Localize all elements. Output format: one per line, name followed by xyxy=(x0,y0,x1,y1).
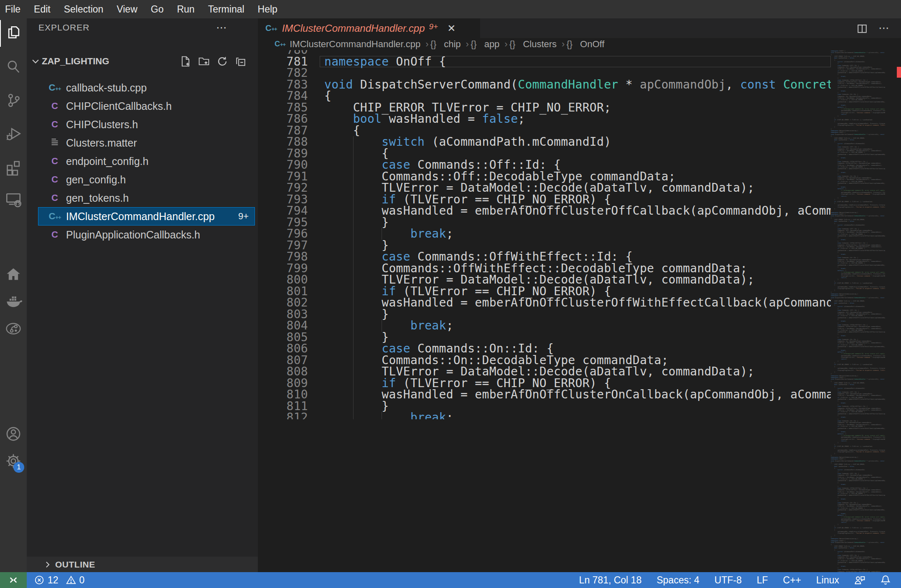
menu-selection[interactable]: Selection xyxy=(57,0,110,18)
code-line-796[interactable]: 796 break; xyxy=(258,228,831,240)
c-header-file-icon: C xyxy=(48,193,61,203)
menu-view[interactable]: View xyxy=(110,0,144,18)
source-control-icon[interactable] xyxy=(0,87,27,114)
menu-help[interactable]: Help xyxy=(251,0,284,18)
file-item-callback-stub-cpp[interactable]: C++callback-stub.cpp xyxy=(38,79,255,97)
new-folder-icon[interactable] xyxy=(199,56,209,67)
overview-ruler[interactable] xyxy=(885,50,901,572)
code-editor[interactable]: 780781namespace OnOff {782783void Dispat… xyxy=(258,50,831,419)
file-item-chipclusters-h[interactable]: CCHIPClusters.h xyxy=(38,115,255,134)
code-line-787[interactable]: 787 { xyxy=(258,125,831,137)
settings-gear-icon[interactable]: 1 xyxy=(0,448,27,474)
breadcrumb-item[interactable]: OnOff xyxy=(580,39,604,50)
explorer-icon[interactable] xyxy=(0,20,27,47)
code-line-805[interactable]: 805 } xyxy=(258,332,831,343)
code-line-784[interactable]: 784{ xyxy=(258,90,831,102)
file-item-pluginapplicationcallbacks-h[interactable]: CPluginApplicationCallbacks.h xyxy=(38,226,255,244)
file-item-endpoint-config-h[interactable]: Cendpoint_config.h xyxy=(38,152,255,170)
code-line-789[interactable]: 789 { xyxy=(258,148,831,160)
remote-indicator[interactable] xyxy=(0,572,27,588)
code-line-802[interactable]: 802 wasHandled = emberAfOnOffClusterOffW… xyxy=(258,297,831,309)
code-line-799[interactable]: 799 Commands::OffWithEffect::DecodableTy… xyxy=(258,263,831,274)
code-line-783[interactable]: 783void DispatchServerCommand(CommandHan… xyxy=(258,79,831,91)
code-line-790[interactable]: 790 case Commands::Off::Id: { xyxy=(258,159,831,171)
home-icon[interactable] xyxy=(0,261,27,288)
new-file-icon[interactable] xyxy=(180,56,191,67)
docker-icon[interactable] xyxy=(0,288,27,315)
cursor-position[interactable]: Ln 781, Col 18 xyxy=(579,575,642,586)
code-line-785[interactable]: 785 CHIP_ERROR TLVError = CHIP_NO_ERROR; xyxy=(258,102,831,114)
minimap[interactable]: namespace OnOff {void DispatchServerComm… xyxy=(831,50,885,572)
line-number: 805 xyxy=(258,332,308,343)
code-line-809[interactable]: 809 if (TLVError == CHIP_NO_ERROR) { xyxy=(258,378,831,389)
feedback-icon[interactable] xyxy=(854,575,865,585)
indentation-status[interactable]: Spaces: 4 xyxy=(657,575,699,586)
file-item-gen-config-h[interactable]: Cgen_config.h xyxy=(38,170,255,189)
menu-run[interactable]: Run xyxy=(170,0,201,18)
breadcrumb-item[interactable]: IMClusterCommandHandler.cpp xyxy=(290,39,420,50)
breadcrumb-item[interactable]: Clusters xyxy=(523,39,557,50)
refresh-icon[interactable] xyxy=(217,56,228,67)
file-item-clusters-matter[interactable]: Clusters.matter xyxy=(38,134,255,152)
breadcrumb-item[interactable]: chip xyxy=(444,39,461,50)
code-line-791[interactable]: 791 Commands::Off::DecodableType command… xyxy=(258,171,831,182)
gitlens-icon[interactable] xyxy=(0,315,27,342)
code-line-800[interactable]: 800 TLVError = DataModel::Decode(aDataTl… xyxy=(258,274,831,286)
code-line-786[interactable]: 786 bool wasHandled = false; xyxy=(258,113,831,125)
split-editor-icon[interactable] xyxy=(857,23,868,34)
code-line-798[interactable]: 798 case Commands::OffWithEffect::Id: { xyxy=(258,251,831,263)
symbol-namespace-icon: {} xyxy=(430,39,437,50)
code-line-794[interactable]: 794 wasHandled = emberAfOnOffClusterOffC… xyxy=(258,205,831,217)
encoding-status[interactable]: UTF-8 xyxy=(715,575,742,586)
line-number: 792 xyxy=(258,182,308,194)
tab-imclustercommandhandler[interactable]: C++ IMClusterCommandHandler.cpp 9+ ✕ xyxy=(258,18,480,38)
explorer-more-actions-icon[interactable]: ⋯ xyxy=(216,21,228,34)
outline-label: OUTLINE xyxy=(55,560,95,570)
bell-icon[interactable] xyxy=(880,575,891,585)
code-line-806[interactable]: 806 case Commands::On::Id: { xyxy=(258,343,831,355)
run-debug-icon[interactable] xyxy=(0,120,27,147)
code-line-797[interactable]: 797 } xyxy=(258,240,831,251)
code-line-782[interactable]: 782 xyxy=(258,67,831,79)
menu-file[interactable]: File xyxy=(0,0,27,18)
error-icon xyxy=(34,575,44,585)
language-mode[interactable]: C++ xyxy=(783,575,801,586)
code-line-808[interactable]: 808 TLVError = DataModel::Decode(aDataTl… xyxy=(258,366,831,378)
code-line-793[interactable]: 793 if (TLVError == CHIP_NO_ERROR) { xyxy=(258,194,831,205)
accounts-icon[interactable] xyxy=(0,421,27,447)
code-line-788[interactable]: 788 switch (aCommandPath.mCommandId) xyxy=(258,136,831,148)
code-line-811[interactable]: 811 } xyxy=(258,400,831,412)
remote-explorer-icon[interactable] xyxy=(0,185,27,212)
code-line-804[interactable]: 804 break; xyxy=(258,320,831,332)
menu-terminal[interactable]: Terminal xyxy=(201,0,251,18)
outline-section-header[interactable]: OUTLINE xyxy=(27,557,258,572)
editor-more-actions-icon[interactable]: ⋯ xyxy=(878,22,890,35)
file-item-chipclientcallbacks-h[interactable]: CCHIPClientCallbacks.h xyxy=(38,97,255,115)
menu-go[interactable]: Go xyxy=(144,0,171,18)
problems-status[interactable]: 12 0 xyxy=(34,575,89,586)
line-number: 808 xyxy=(258,366,308,378)
eol-status[interactable]: LF xyxy=(757,575,768,586)
os-indicator[interactable]: Linux xyxy=(816,575,839,586)
error-marker xyxy=(897,67,901,78)
code-line-810[interactable]: 810 wasHandled = emberAfOnOffClusterOnCa… xyxy=(258,389,831,400)
activity-bar: 1 xyxy=(0,18,27,572)
code-line-801[interactable]: 801 if (TLVError == CHIP_NO_ERROR) { xyxy=(258,286,831,297)
code-line-795[interactable]: 795 } xyxy=(258,217,831,228)
code-line-803[interactable]: 803 } xyxy=(258,309,831,320)
code-line-781[interactable]: 781namespace OnOff { xyxy=(258,56,831,68)
tab-close-icon[interactable]: ✕ xyxy=(447,23,456,34)
extensions-icon[interactable] xyxy=(0,154,27,180)
code-line-792[interactable]: 792 TLVError = DataModel::Decode(aDataTl… xyxy=(258,182,831,194)
file-item-imclustercommandhandler-cpp[interactable]: C++IMClusterCommandHandler.cpp9+ xyxy=(38,207,255,226)
file-item-gen-tokens-h[interactable]: Cgen_tokens.h xyxy=(38,189,255,207)
code-line-807[interactable]: 807 Commands::On::DecodableType commandD… xyxy=(258,355,831,366)
search-icon[interactable] xyxy=(0,53,27,80)
folder-section-header[interactable]: ZAP_LIGHTING xyxy=(27,52,258,71)
menu-edit[interactable]: Edit xyxy=(27,0,57,18)
breadcrumb-item[interactable]: app xyxy=(484,39,500,50)
collapse-folders-icon[interactable] xyxy=(235,56,246,67)
code-line-812[interactable]: 812 break; xyxy=(258,412,831,419)
symbol-namespace-icon: {} xyxy=(509,39,516,50)
menu-bar: FileEditSelectionViewGoRunTerminalHelp xyxy=(0,0,901,18)
